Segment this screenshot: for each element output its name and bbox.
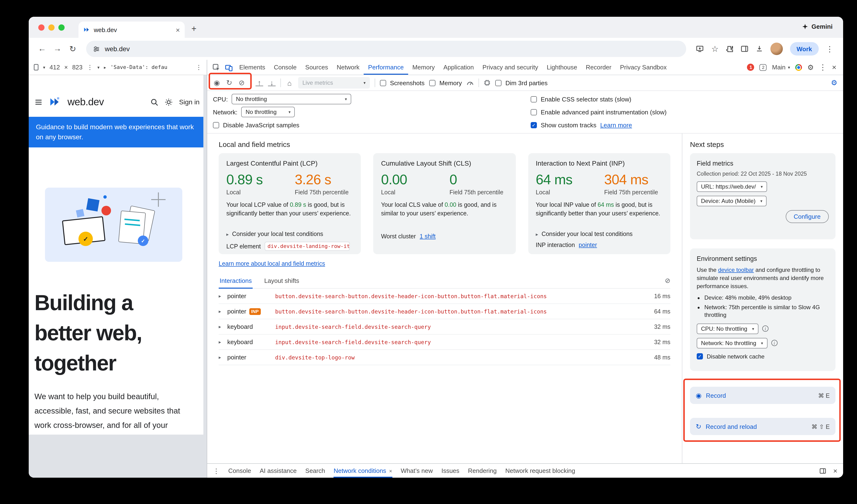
dock-side-icon[interactable] (819, 467, 826, 474)
clear-log-icon[interactable]: ⊘ (665, 276, 670, 286)
custom-tracks-checkbox[interactable]: ✓ (531, 122, 537, 128)
metrics-learn-more-link[interactable]: Learn more about local and field metrics (219, 261, 325, 267)
drawer-tab-network-request-blocking[interactable]: Network request blocking (505, 464, 575, 478)
new-tab-button[interactable]: + (191, 24, 197, 34)
cpu-throttle-icon[interactable] (484, 80, 490, 86)
install-icon[interactable] (696, 45, 704, 53)
device-select-caret-icon[interactable]: ▾ (43, 65, 45, 70)
network-throttle-icon[interactable] (467, 79, 474, 86)
device-type-icon[interactable] (33, 64, 39, 71)
record-button[interactable]: ◉ Record ⌘ E (690, 387, 836, 404)
network-info-icon[interactable]: i (771, 340, 777, 346)
gemini-button[interactable]: Gemini (802, 23, 833, 30)
inp-test-conditions-toggle[interactable]: ▸ Consider your local test conditions (536, 231, 663, 237)
interaction-target-link[interactable]: button.devsite-search-button.devsite-hea… (275, 293, 654, 299)
record-and-reload-button[interactable]: ↻ Record and reload ⌘ ⇧ E (690, 418, 836, 435)
interaction-row[interactable]: ▸ pointer div.devsite-top-logo-row 48 ms (219, 350, 670, 365)
window-close-button[interactable] (38, 24, 45, 31)
search-icon[interactable] (150, 98, 158, 106)
downloads-icon[interactable] (755, 45, 763, 53)
dim-3rd-parties-checkbox-row[interactable]: Dim 3rd parties (495, 79, 548, 86)
lcp-test-conditions-toggle[interactable]: ▸ Consider your local test conditions (226, 231, 353, 237)
tab-console[interactable]: Console (269, 60, 301, 75)
inspect-element-icon[interactable] (210, 63, 222, 71)
live-metrics-home-icon[interactable]: ⌂ (286, 79, 293, 87)
drawer-tab-whats-new[interactable]: What’s new (401, 464, 433, 478)
dim-3rd-parties-checkbox[interactable] (495, 80, 502, 86)
tab-layout-shifts[interactable]: Layout shifts (263, 275, 300, 289)
viewport-width-value[interactable]: 412 (50, 64, 60, 71)
drawer-tab-search[interactable]: Search (305, 464, 325, 478)
window-zoom-button[interactable] (58, 24, 65, 31)
interaction-row[interactable]: ▸ keyboard input.devsite-search-field.de… (219, 335, 670, 350)
back-button[interactable]: ← (35, 42, 49, 55)
drawer-tab-close-icon[interactable]: × (389, 468, 392, 474)
tab-privacy-sandbox[interactable]: Privacy Sandbox (616, 60, 671, 75)
disable-cache-row[interactable]: ✓ Disable network cache (697, 353, 829, 360)
device-toolbar-toggle-icon[interactable] (222, 63, 235, 71)
browser-menu-icon[interactable]: ⋮ (826, 44, 834, 53)
device-select[interactable]: Device: Auto (Mobile) ▾ (697, 196, 767, 206)
lcp-element-node-link[interactable]: div.devsite-landing-row-ite… (265, 242, 350, 251)
interaction-target-link[interactable]: input.devsite-search-field.devsite-searc… (275, 339, 654, 345)
tab-recorder[interactable]: Recorder (582, 60, 616, 75)
error-count-badge[interactable]: 1 (747, 64, 754, 71)
devtools-menu-icon[interactable]: ⋮ (819, 63, 827, 72)
disable-cache-checkbox[interactable]: ✓ (697, 353, 703, 359)
drawer-tab-ai-assistance[interactable]: AI assistance (259, 464, 297, 478)
inp-interaction-link[interactable]: pointer (579, 242, 597, 248)
tab-elements[interactable]: Elements (235, 60, 269, 75)
tab-sources[interactable]: Sources (301, 60, 332, 75)
capture-settings-icon[interactable]: ⚙ (831, 79, 837, 87)
interaction-row[interactable]: ▸ pointer button.devsite-search-button.d… (219, 289, 670, 304)
chrome-target-icon[interactable] (795, 64, 802, 71)
memory-checkbox-row[interactable]: Memory (430, 79, 462, 86)
viewport-height-value[interactable]: 823 (72, 64, 83, 71)
interaction-target-link[interactable]: button.devsite-search-button.devsite-hea… (275, 308, 654, 315)
devtools-close-icon[interactable]: × (832, 63, 836, 71)
custom-tracks-learn-more-link[interactable]: Learn more (600, 121, 632, 129)
css-selector-stats-checkbox[interactable] (531, 96, 537, 102)
row-caret-icon[interactable]: ▸ (219, 324, 227, 329)
screenshots-checkbox-row[interactable]: Screenshots (380, 79, 425, 86)
record-reload-icon[interactable]: ↻ (225, 79, 233, 87)
device-kebab-icon[interactable]: ⋮ (87, 64, 93, 71)
browser-tab[interactable]: web.dev × (79, 21, 185, 38)
webdev-logo[interactable] (49, 96, 61, 108)
record-icon[interactable]: ◉ (213, 79, 221, 87)
css-selector-stats-row[interactable]: Enable CSS selector stats (slow) (531, 94, 837, 104)
tab-lighthouse[interactable]: Lighthouse (542, 60, 582, 75)
drawer-tab-rendering[interactable]: Rendering (468, 464, 497, 478)
tab-memory[interactable]: Memory (408, 60, 439, 75)
memory-checkbox[interactable] (430, 80, 436, 86)
row-caret-icon[interactable]: ▸ (219, 293, 227, 299)
interaction-target-link[interactable]: input.devsite-search-field.devsite-searc… (275, 323, 654, 330)
sign-in-button[interactable]: Sign in (179, 98, 200, 106)
clear-icon[interactable]: ⊘ (238, 79, 246, 87)
interaction-row[interactable]: ▸ pointerINP button.devsite-search-butto… (219, 304, 670, 319)
drawer-tab-network-conditions[interactable]: Network conditions × (334, 464, 392, 478)
interaction-target-link[interactable]: div.devsite-top-logo-row (275, 354, 654, 360)
tab-performance[interactable]: Performance (364, 60, 408, 75)
window-minimize-button[interactable] (48, 24, 54, 31)
address-bar[interactable]: web.dev (86, 41, 686, 57)
site-settings-icon[interactable] (93, 45, 100, 52)
profile-avatar[interactable] (770, 43, 783, 55)
row-caret-icon[interactable]: ▸ (219, 309, 227, 314)
network-throttling-select[interactable]: No throttling ▾ (241, 107, 295, 117)
save-profile-icon[interactable]: ↓ (268, 80, 275, 86)
custom-tracks-row[interactable]: ✓ Show custom tracks Learn more (531, 120, 837, 130)
profile-chip[interactable]: Work (790, 42, 819, 55)
cls-worst-cluster-link[interactable]: 1 shift (420, 233, 436, 240)
paint-instrumentation-row[interactable]: Enable advanced paint instrumentation (s… (531, 107, 837, 117)
save-data-caret-icon[interactable]: ▸ (104, 65, 106, 70)
devtools-settings-icon[interactable]: ⚙ (807, 63, 814, 71)
env-cpu-select[interactable]: CPU: No throttling ▾ (697, 323, 758, 334)
screenshots-checkbox[interactable] (380, 80, 386, 86)
tab-close-icon[interactable]: × (175, 26, 180, 34)
row-caret-icon[interactable]: ▸ (219, 339, 227, 345)
device-toolbar-menu-icon[interactable]: ⋮ (196, 64, 202, 71)
hamburger-menu-icon[interactable] (34, 98, 43, 106)
load-profile-icon[interactable]: ↑ (255, 80, 263, 86)
side-panel-icon[interactable] (740, 45, 748, 53)
